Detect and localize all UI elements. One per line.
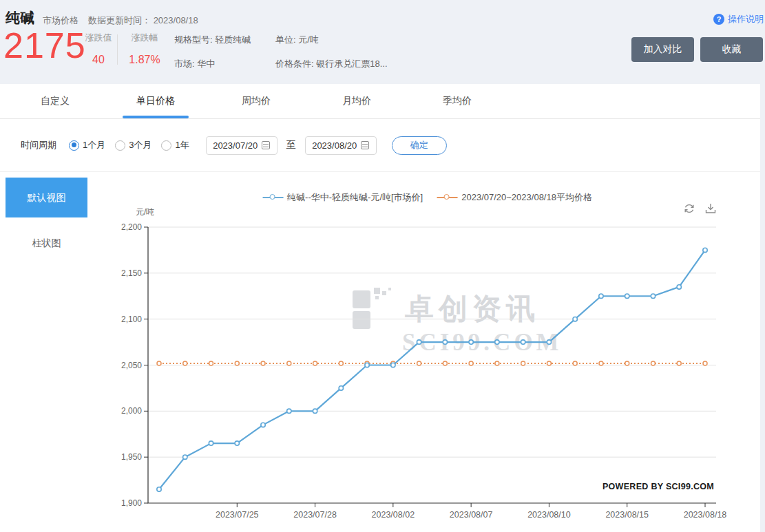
update-time-label: 数据更新时间： (88, 15, 151, 25)
sidebar-item-bar-chart[interactable]: 柱状图 (6, 233, 87, 253)
radio-1-year[interactable]: 1年 (161, 139, 189, 151)
change-pct-value: 1.87% (124, 54, 165, 66)
radio-1-year-label: 1年 (175, 139, 189, 151)
add-compare-button[interactable]: 加入对比 (631, 37, 694, 62)
price-marker (703, 248, 707, 252)
x-tick-label: 2023/07/28 (293, 510, 337, 520)
x-tick-label: 2023/08/18 (684, 510, 727, 520)
divider (117, 34, 118, 65)
price-marker (443, 340, 447, 344)
radio-3-month[interactable]: 3个月 (115, 139, 151, 151)
price-marker (521, 340, 525, 344)
change-value-block: 涨跌值 40 (81, 32, 116, 66)
y-tick-label: 2,050 (121, 361, 142, 370)
price-marker (287, 409, 291, 413)
refresh-icon[interactable] (683, 202, 695, 215)
current-price: 2175 (3, 25, 86, 66)
legend-item-price-series[interactable]: 纯碱--华中-轻质纯碱-元/吨[市场价] (262, 191, 423, 204)
update-time-value: 2023/08/18 (154, 15, 198, 25)
question-icon[interactable]: ? (713, 14, 724, 25)
start-date-input[interactable]: 2023/07/20 (206, 136, 277, 155)
price-line-chart: 2,2002,1502,1002,0502,0001,9501,9002023/… (94, 222, 760, 526)
average-marker (651, 361, 655, 365)
y-tick-label: 2,000 (121, 406, 142, 416)
radio-1-month[interactable]: 1个月 (69, 139, 105, 151)
average-marker (443, 361, 447, 365)
price-marker (651, 294, 655, 298)
meta-column-2: 单位: 元/吨 价格条件: 银行承兑汇票18... (275, 34, 388, 82)
content-area: 默认视图 柱状图 纯碱--华中-轻质纯碱-元/吨[市场价] 2023/07/20… (0, 172, 760, 532)
spec-line: 规格型号: 轻质纯碱 (174, 34, 251, 46)
powered-by-text: POWERED BY SCI99.COM (602, 482, 714, 491)
end-date-input[interactable]: 2023/08/20 (305, 136, 377, 155)
average-marker (157, 361, 161, 365)
average-marker (417, 361, 421, 365)
change-value-label: 涨跌值 (81, 32, 116, 44)
change-pct-block: 涨跌幅 1.87% (124, 32, 165, 66)
x-tick-label: 2023/08/02 (372, 510, 415, 520)
line-circle-marker-icon (437, 193, 457, 202)
average-marker (287, 361, 291, 365)
tab-monthly-avg[interactable]: 月均价 (306, 84, 407, 118)
x-tick-label: 2023/07/25 (216, 510, 259, 520)
x-tick-label: 2023/08/07 (450, 510, 493, 520)
average-marker (261, 361, 265, 365)
average-marker (547, 361, 551, 365)
y-tick-label: 2,200 (121, 222, 142, 232)
y-tick-label: 1,950 (121, 452, 142, 462)
price-marker (547, 340, 551, 344)
average-marker (573, 361, 577, 365)
unit-line: 单位: 元/吨 (275, 34, 388, 46)
meta-column-1: 规格型号: 轻质纯碱 市场: 华中 (174, 34, 251, 82)
price-marker (313, 409, 317, 413)
condition-line: 价格条件: 银行承兑汇票18... (275, 58, 388, 70)
end-date-value: 2023/08/20 (312, 140, 357, 151)
help-link[interactable]: ? 操作说明 (713, 13, 764, 25)
tab-daily-price[interactable]: 单日价格 (105, 84, 206, 118)
average-marker (521, 361, 525, 365)
average-marker (235, 361, 239, 365)
price-type-tabs: 自定义 单日价格 周均价 月均价 季均价 (0, 84, 760, 119)
radio-3-month-label: 3个月 (129, 139, 151, 151)
price-marker (209, 441, 213, 445)
price-marker (599, 294, 603, 298)
price-marker (183, 455, 187, 459)
calendar-icon[interactable] (361, 141, 369, 149)
x-tick-label: 2023/08/10 (527, 510, 571, 520)
price-marker (495, 340, 499, 344)
y-tick-label: 2,100 (121, 315, 142, 324)
price-marker (625, 294, 629, 298)
start-date-value: 2023/07/20 (213, 140, 258, 151)
price-marker (157, 487, 161, 491)
radio-icon[interactable] (115, 140, 125, 151)
tab-custom[interactable]: 自定义 (5, 84, 105, 118)
calendar-icon[interactable] (262, 141, 270, 149)
legend-price-series-label: 纯碱--华中-轻质纯碱-元/吨[市场价] (287, 191, 423, 204)
price-marker (417, 340, 421, 344)
period-label: 时间周期 (21, 139, 56, 151)
confirm-button[interactable]: 确定 (392, 136, 447, 155)
y-tick-label: 1,900 (121, 498, 142, 508)
change-pct-label: 涨跌幅 (124, 32, 165, 44)
favorite-button[interactable]: 收藏 (700, 37, 763, 62)
help-label[interactable]: 操作说明 (728, 13, 764, 25)
average-marker (469, 361, 473, 365)
sidebar-item-default-view[interactable]: 默认视图 (6, 178, 87, 217)
legend-average-series-label: 2023/07/20~2023/08/18平均价格 (461, 191, 592, 204)
radio-icon[interactable] (69, 140, 79, 151)
tab-quarterly-avg[interactable]: 季均价 (407, 84, 507, 118)
y-tick-label: 2,150 (121, 268, 142, 278)
average-marker (313, 361, 317, 365)
download-icon[interactable] (704, 202, 717, 215)
average-marker (677, 361, 681, 365)
chart-toolbar (683, 202, 717, 215)
legend-item-average-series[interactable]: 2023/07/20~2023/08/18平均价格 (437, 191, 592, 204)
tab-weekly-avg[interactable]: 周均价 (206, 84, 306, 118)
chart-panel: 纯碱--华中-轻质纯碱-元/吨[市场价] 2023/07/20~2023/08/… (94, 172, 760, 532)
radio-icon[interactable] (161, 140, 171, 151)
page-header: 纯碱 市场价格 数据更新时间： 2023/08/18 2175 涨跌值 40 涨… (0, 0, 765, 84)
price-marker (677, 285, 681, 289)
average-marker (209, 361, 213, 365)
line-circle-marker-icon (262, 193, 283, 202)
price-marker (261, 423, 265, 427)
